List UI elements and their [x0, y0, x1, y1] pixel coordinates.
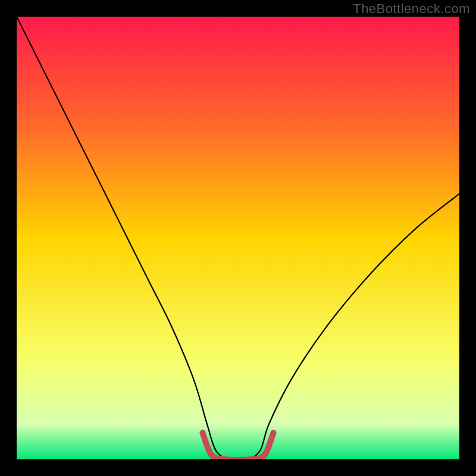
watermark-text: TheBottleneck.com	[353, 1, 470, 17]
chart-svg	[17, 17, 459, 459]
chart-frame: TheBottleneck.com	[0, 0, 476, 476]
gradient-background	[17, 17, 459, 459]
plot-area	[17, 17, 459, 459]
